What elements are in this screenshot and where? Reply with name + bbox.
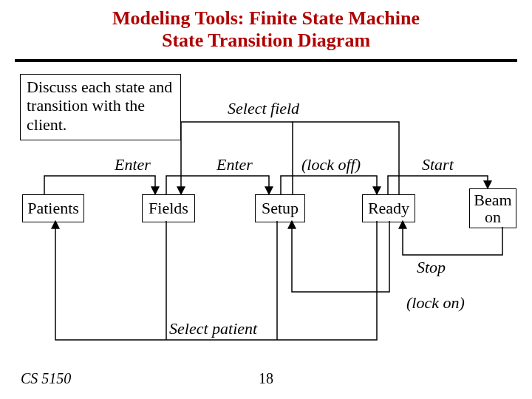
state-ready: Ready: [362, 194, 415, 222]
state-fields: Fields: [142, 194, 195, 222]
label-select-patient: Select patient: [169, 319, 257, 338]
label-stop: Stop: [417, 258, 446, 277]
title-line-2: State Transition Diagram: [162, 30, 370, 51]
state-beam-on: Beam on: [469, 188, 516, 228]
state-patients: Patients: [22, 194, 84, 222]
label-lock-on: (lock on): [406, 293, 465, 313]
label-enter-2: Enter: [216, 155, 253, 174]
label-select-field: Select field: [228, 99, 299, 118]
slide-title: Modeling Tools: Finite State Machine Sta…: [0, 7, 532, 52]
label-lock-off: (lock off): [301, 155, 361, 174]
state-setup: Setup: [255, 194, 305, 222]
label-enter-1: Enter: [115, 155, 151, 174]
discussion-note: Discuss each state and transition with t…: [20, 74, 181, 140]
footer-page-number: 18: [0, 370, 532, 387]
title-line-1: Modeling Tools: Finite State Machine: [112, 7, 420, 29]
title-divider: [15, 59, 517, 62]
label-start: Start: [422, 155, 454, 174]
